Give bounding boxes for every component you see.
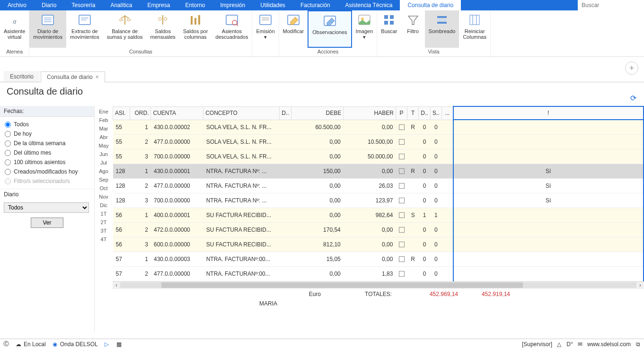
column-header-6[interactable]: HABER: [344, 106, 396, 120]
column-header-8[interactable]: T: [407, 106, 419, 120]
month-jul[interactable]: Jul: [100, 160, 107, 166]
reiniciar-columnas-button[interactable]: ReiniciarColumnas: [459, 10, 490, 48]
saldos-mensuales-button[interactable]: Saldosmensuales: [147, 10, 179, 48]
checkbox-icon[interactable]: [399, 154, 405, 159]
month-sep[interactable]: Sep: [99, 177, 108, 183]
checkbox-icon[interactable]: [399, 256, 405, 262]
table-row[interactable]: 551430.0.0.00002SOLA VELA, S.L. N. FR...…: [113, 120, 644, 134]
scroll-left-arrow[interactable]: ‹: [113, 282, 120, 288]
table-row[interactable]: 572477.0.0.00000NTRA. FACTURANº:00...0,0…: [113, 266, 644, 281]
menu-tesorer-a[interactable]: Tesorería: [64, 0, 103, 10]
checkbox-icon[interactable]: [399, 212, 405, 218]
table-row[interactable]: 562472.0.0.00000SU FACTURA RECIBID...170…: [113, 222, 644, 237]
checkbox-icon[interactable]: [399, 227, 405, 233]
column-header-10[interactable]: S..: [430, 106, 441, 120]
buscar-button[interactable]: Buscar: [377, 10, 401, 48]
horizontal-scrollbar[interactable]: ‹ ›: [113, 281, 644, 289]
sombreado-button[interactable]: Sombreado: [425, 10, 459, 48]
checkbox-icon[interactable]: [399, 271, 405, 277]
checkbox-icon[interactable]: [399, 183, 405, 189]
asistente-virtual-button[interactable]: αAsistentevirtual: [0, 10, 29, 48]
menu-anal-tica[interactable]: Analítica: [103, 0, 140, 10]
tab-close-icon[interactable]: ×: [96, 74, 99, 80]
table-row[interactable]: 1283700.0.0.00000NTRA. FACTURA Nº: ...0,…: [113, 193, 644, 208]
column-header-4[interactable]: D..: [280, 106, 291, 120]
menu-entorno[interactable]: Entorno: [177, 0, 212, 10]
month-oct[interactable]: Oct: [99, 185, 107, 191]
checkbox-icon[interactable]: [399, 139, 405, 145]
play-icon[interactable]: ▷: [104, 341, 110, 348]
menu-archivo[interactable]: Archivo: [0, 0, 34, 10]
diario-de-movimientos-button[interactable]: Diario demovimientos: [29, 10, 66, 48]
menu-asistencia-t-cnica[interactable]: Asistencia Técnica: [338, 0, 400, 10]
month-ago[interactable]: Ago: [99, 168, 108, 174]
month-nov[interactable]: Nov: [99, 194, 108, 200]
table-row[interactable]: 1282477.0.0.00000NTRA. FACTURA Nº: ...0,…: [113, 178, 644, 193]
add-tab-button[interactable]: +: [625, 61, 638, 75]
tab-consulta-de-diario[interactable]: Consulta de diario×: [41, 71, 105, 82]
scroll-right-arrow[interactable]: ›: [636, 282, 644, 288]
fecha-radio-creados-modificados-hoy[interactable]: Creados/modificados hoy: [5, 167, 89, 176]
table-row[interactable]: 561400.0.0.00001SU FACTURA RECIBID...0,0…: [113, 208, 644, 222]
table-row[interactable]: 553700.0.0.00000SOLA VELA, S.L. N. FR...…: [113, 149, 644, 164]
month-ene[interactable]: Ene: [99, 109, 108, 114]
column-header-11[interactable]: ...: [441, 106, 453, 120]
menu-consulta-de-diario[interactable]: Consulta de diario: [400, 0, 461, 10]
menu-impresi-n[interactable]: Impresión: [212, 0, 253, 10]
warning-icon[interactable]: △: [556, 341, 563, 348]
column-header-0[interactable]: ASI.: [113, 106, 130, 120]
mail-icon[interactable]: ✉: [577, 341, 583, 348]
filtro-button[interactable]: Filtro: [401, 10, 425, 48]
calendar-icon[interactable]: ▦: [116, 341, 123, 348]
column-header-3[interactable]: CONCEPTO: [203, 106, 280, 120]
column-header-2[interactable]: CUENTA: [151, 106, 203, 120]
copy-icon[interactable]: ⧉: [635, 341, 641, 348]
month-4t[interactable]: 4T: [101, 236, 107, 242]
observaciones-button[interactable]: Observaciones: [308, 10, 352, 48]
checkbox-icon[interactable]: [399, 242, 405, 247]
refresh-icon[interactable]: ⟳: [630, 94, 636, 103]
month-jun[interactable]: Jun: [99, 151, 108, 157]
imagen-button[interactable]: Imagen▾: [352, 10, 377, 48]
checkbox-icon[interactable]: [399, 168, 405, 174]
checkbox-icon[interactable]: [399, 124, 405, 130]
extracto-de-movimientos-button[interactable]: Extracto demovimientos: [66, 10, 103, 48]
menu-diario[interactable]: Diario: [34, 0, 64, 10]
month-may[interactable]: May: [99, 143, 109, 148]
table-row[interactable]: 571430.0.0.00003NTRA. FACTURANº:00...15,…: [113, 252, 644, 266]
fecha-radio-del--ltimo-mes[interactable]: Del último mes: [5, 148, 89, 157]
url-label[interactable]: www.sdelsol.com: [587, 341, 631, 348]
month-dic[interactable]: Dic: [100, 202, 107, 208]
column-header-9[interactable]: D..: [419, 106, 430, 120]
fecha-radio-de-hoy[interactable]: De hoy: [5, 129, 89, 139]
column-header-1[interactable]: ORD.: [130, 106, 151, 120]
checkbox-icon[interactable]: [399, 198, 405, 203]
diario-select[interactable]: Todos: [4, 202, 89, 213]
asientos-descuadrados-button[interactable]: Asientosdescuadrados: [212, 10, 252, 48]
column-header-7[interactable]: P: [396, 106, 407, 120]
fecha-radio------ltimos-asientos[interactable]: 100 últimos asientos: [5, 157, 89, 167]
table-row[interactable]: 552477.0.0.00000SOLA VELA, S.L. N. FR...…: [113, 134, 644, 149]
balance-sumas-saldos-button[interactable]: Balance desumas y saldos: [103, 10, 147, 48]
saldos-por-columnas-button[interactable]: Saldos porcolumnas: [179, 10, 212, 48]
table-row[interactable]: 563600.0.0.00000SU FACTURA RECIBID...812…: [113, 237, 644, 252]
search-input[interactable]: [578, 1, 644, 9]
column-header-12[interactable]: !: [453, 106, 644, 120]
month-1t[interactable]: 1T: [101, 211, 107, 217]
modificar-button[interactable]: Modificar: [279, 10, 308, 48]
table-row[interactable]: 1281430.0.0.00001NTRA. FACTURA Nº: ...15…: [113, 164, 644, 178]
month-2t[interactable]: 2T: [101, 219, 107, 225]
menu-utilidades[interactable]: Utilidades: [253, 0, 293, 10]
d-icon[interactable]: D°: [566, 341, 573, 348]
fecha-radio-de-la--ltima-semana[interactable]: De la última semana: [5, 139, 89, 148]
menu-empresa[interactable]: Empresa: [140, 0, 177, 10]
emision-button[interactable]: Emisión▾: [252, 10, 278, 53]
month-mar[interactable]: Mar: [99, 126, 108, 131]
menu-facturaci-n[interactable]: Facturación: [293, 0, 338, 10]
fecha-radio-todos[interactable]: Todos: [5, 120, 89, 129]
tab-escritorio[interactable]: Escritorio: [4, 71, 40, 82]
column-header-5[interactable]: DEBE: [291, 106, 344, 120]
month-abr[interactable]: Abr: [99, 134, 107, 140]
month-feb[interactable]: Feb: [99, 117, 108, 123]
month-3t[interactable]: 3T: [101, 228, 107, 234]
